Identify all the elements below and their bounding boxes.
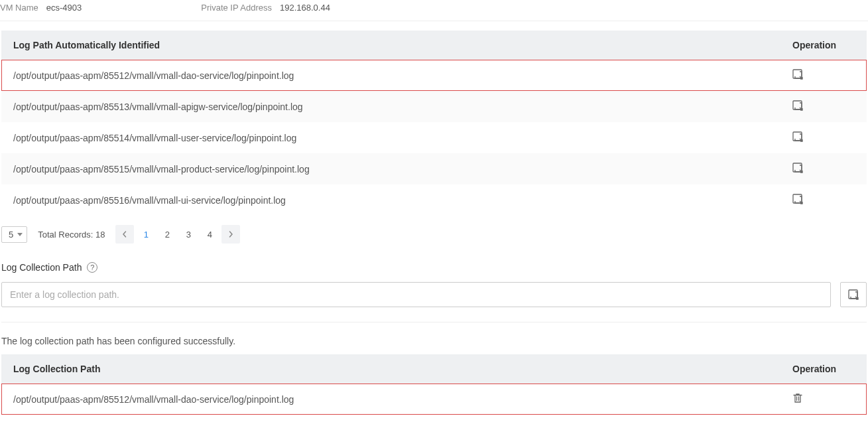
- table-row: /opt/output/paas-apm/85514/vmall/vmall-u…: [1, 122, 867, 153]
- add-path-icon[interactable]: [792, 163, 803, 173]
- page-size-value: 5: [9, 230, 13, 240]
- log-collection-path-label: Log Collection Path: [1, 262, 82, 273]
- log-path-cell: /opt/output/paas-apm/85515/vmall/vmall-p…: [1, 153, 780, 184]
- coll-table-header-path: Log Collection Path: [1, 354, 780, 384]
- total-records: Total Records: 18: [38, 230, 105, 240]
- add-path-icon[interactable]: [792, 69, 803, 80]
- prev-page-button[interactable]: [115, 225, 134, 244]
- coll-table-header-op: Operation: [780, 354, 867, 384]
- page-4-button[interactable]: 4: [200, 225, 219, 244]
- log-path-cell: /opt/output/paas-apm/85514/vmall/vmall-u…: [1, 122, 780, 153]
- table-row: /opt/output/paas-apm/85512/vmall/vmall-d…: [1, 60, 867, 91]
- log-path-cell: /opt/output/paas-apm/85513/vmall/vmall-a…: [1, 91, 780, 122]
- vm-name-label: VM Name: [0, 3, 38, 13]
- success-message: The log collection path has been configu…: [1, 336, 867, 346]
- log-path-cell: /opt/output/paas-apm/85516/vmall/vmall-u…: [1, 184, 780, 216]
- page-1-button[interactable]: 1: [137, 225, 155, 244]
- add-path-icon[interactable]: [792, 131, 803, 142]
- table-row: /opt/output/paas-apm/85512/vmall/vmall-d…: [1, 384, 867, 415]
- auto-table-header-path: Log Path Automatically Identified: [1, 31, 780, 60]
- collection-path-table: Log Collection Path Operation /opt/outpu…: [1, 354, 867, 415]
- page-size-select[interactable]: 5: [1, 226, 27, 243]
- vm-info-bar: VM Name ecs-4903 Private IP Address 192.…: [0, 0, 868, 21]
- log-path-cell: /opt/output/paas-apm/85512/vmall/vmall-d…: [1, 60, 780, 91]
- page-2-button[interactable]: 2: [158, 225, 176, 244]
- table-row: /opt/output/paas-apm/85515/vmall/vmall-p…: [1, 153, 867, 184]
- vm-name-value: ecs-4903: [46, 3, 82, 13]
- add-path-icon[interactable]: [792, 194, 803, 204]
- auto-table-header-op: Operation: [780, 31, 867, 60]
- ip-label: Private IP Address: [201, 3, 272, 13]
- auto-log-table: Log Path Automatically Identified Operat…: [1, 31, 867, 216]
- coll-path-cell: /opt/output/paas-apm/85512/vmall/vmall-d…: [1, 384, 780, 415]
- pagination-bar: 5 Total Records: 18 1 2 3 4: [1, 225, 867, 244]
- table-row: /opt/output/paas-apm/85513/vmall/vmall-a…: [1, 91, 867, 122]
- help-icon[interactable]: ?: [87, 262, 97, 273]
- chevron-down-icon: [17, 233, 23, 236]
- log-path-input[interactable]: [1, 282, 831, 307]
- next-page-button[interactable]: [221, 225, 240, 244]
- table-row: /opt/output/paas-apm/85516/vmall/vmall-u…: [1, 184, 867, 216]
- page-3-button[interactable]: 3: [179, 225, 198, 244]
- delete-icon[interactable]: [792, 393, 803, 403]
- page-nav: 1 2 3 4: [115, 225, 240, 244]
- add-path-icon[interactable]: [792, 100, 803, 111]
- ip-value: 192.168.0.44: [280, 3, 330, 13]
- submit-path-button[interactable]: [840, 282, 867, 307]
